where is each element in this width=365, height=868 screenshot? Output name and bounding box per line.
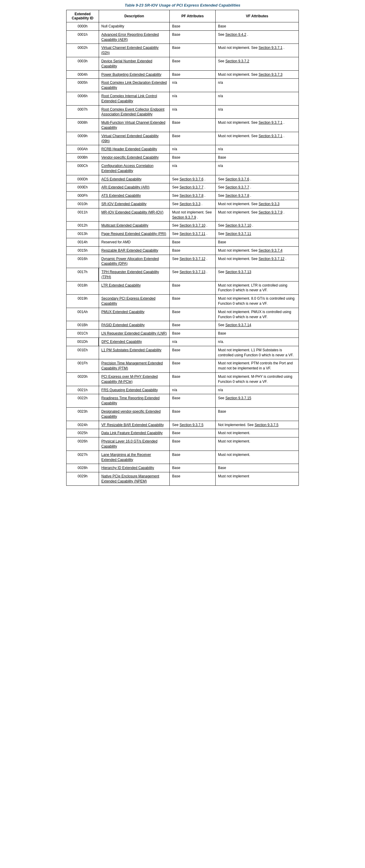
cell-desc: Dynamic Power Allocation Extended Capabi…: [99, 255, 170, 268]
table-row: 001BhPASID Extended CapabilityBaseSee Se…: [66, 321, 299, 330]
table-row: 000DhACS Extended CapabilitySee Section …: [66, 175, 299, 183]
table-row: 0015hResizable BAR Extended CapabilityBa…: [66, 246, 299, 255]
cell-pf: Base: [170, 408, 216, 421]
cell-vf: Must not implement. 8.0 GT/s is controll…: [215, 294, 299, 308]
cell-pf: Base: [170, 132, 216, 145]
cell-desc: Multicast Extended Capability: [99, 221, 170, 230]
cell-desc: Readiness Time Reporting Extended Capabi…: [99, 394, 170, 408]
cell-desc: RCRB Header Extended Capability: [99, 145, 170, 154]
table-container: Table 9-23 SR-IOV Usage of PCI Express E…: [63, 0, 302, 489]
cell-vf: n/a.: [215, 338, 299, 346]
cell-desc: Native PCIe Enclosure Management Extende…: [99, 472, 170, 486]
table-row: 0014hReserved for AMDBaseBase: [66, 238, 299, 246]
cell-pf: Base: [170, 44, 216, 57]
cell-vf: See Section 9.3.7.7 .: [215, 183, 299, 192]
cell-pf: Base: [170, 30, 216, 44]
cell-vf: See Section 9.3.7.14: [215, 321, 299, 330]
cell-pf: Base: [170, 22, 216, 31]
table-row: 000ChConfiguration Access Correlation Ex…: [66, 162, 299, 175]
cell-vf: Base: [215, 330, 299, 338]
cell-pf: Base: [170, 346, 216, 359]
cell-vf: Must not implement. See Section 9.3.7.12…: [215, 255, 299, 268]
cell-vf: n/a: [215, 162, 299, 175]
cell-id: 001Bh: [66, 321, 99, 330]
cell-vf: Must not implement: [215, 472, 299, 486]
cell-desc: LN Requester Extended Capability (LNR): [99, 330, 170, 338]
table-row: 0029hNative PCIe Enclosure Management Ex…: [66, 472, 299, 486]
cell-desc: DPC Extended Capability: [99, 338, 170, 346]
cell-pf: Base: [170, 451, 216, 464]
cell-id: 0002h: [66, 44, 99, 57]
cell-id: 0007h: [66, 105, 99, 119]
cell-desc: LTR Extended Capability: [99, 281, 170, 294]
cell-desc: ARI Extended Capability (ARI): [99, 183, 170, 192]
cell-pf: Base: [170, 246, 216, 255]
cell-id: 0026h: [66, 437, 99, 451]
cell-id: 0021h: [66, 386, 99, 394]
cell-desc: Secondary PCI Express Extended Capabilit…: [99, 294, 170, 308]
cell-id: 0011h: [66, 208, 99, 221]
cell-vf: n/a: [215, 92, 299, 105]
cell-desc: FRS Queueing Extended Capability: [99, 386, 170, 394]
cell-vf: Must not implement.: [215, 451, 299, 464]
table-row: 0017hTPH Requester Extended Capability (…: [66, 268, 299, 281]
table-row: 0027hLane Margining at the Receiver Exte…: [66, 451, 299, 464]
cell-vf: Base: [215, 408, 299, 421]
cell-id: 0023h: [66, 408, 99, 421]
header-col2: Description: [99, 10, 170, 22]
cell-pf: See Section 9.3.7.8 .: [170, 192, 216, 200]
cell-pf: Base: [170, 437, 216, 451]
cell-desc: Reserved for AMD: [99, 238, 170, 246]
table-row: 0003hDevice Serial Number Extended Capab…: [66, 57, 299, 70]
cell-desc: Hierarchy ID Extended Capability: [99, 464, 170, 472]
cell-vf: Must not implement. See Section 9.3.7.1 …: [215, 119, 299, 132]
table-row: 0010hSR-IOV Extended CapabilitySee Secti…: [66, 200, 299, 208]
table-row: 0019hSecondary PCI Express Extended Capa…: [66, 294, 299, 308]
cell-id: 0006h: [66, 92, 99, 105]
cell-id: 0029h: [66, 472, 99, 486]
cell-pf: Base: [170, 373, 216, 386]
cell-desc: Designated vendor-specific Extended Capa…: [99, 408, 170, 421]
cell-id: 000Ch: [66, 162, 99, 175]
cell-pf: Base: [170, 308, 216, 321]
cell-pf: n/a: [170, 92, 216, 105]
cell-id: 0019h: [66, 294, 99, 308]
cell-pf: n/a: [170, 105, 216, 119]
cell-pf: n/a: [170, 79, 216, 92]
cell-vf: Base: [215, 464, 299, 472]
cell-vf: Base: [215, 22, 299, 31]
cell-id: 001Ch: [66, 330, 99, 338]
table-row: 0005hRoot Complex Link Declaration Exten…: [66, 79, 299, 92]
cell-id: 001Ah: [66, 308, 99, 321]
header-col1: Extended Capability ID: [66, 10, 99, 22]
table-row: 001ChLN Requester Extended Capability (L…: [66, 330, 299, 338]
cell-id: 0016h: [66, 255, 99, 268]
cell-pf: See Section 9.3.7.13 .: [170, 268, 216, 281]
table-row: 0001hAdvanced Error Reporting Extended C…: [66, 30, 299, 44]
cell-vf: Not Implemented. See Section 9.3.7.5: [215, 421, 299, 429]
cell-desc: ACS Extended Capability: [99, 175, 170, 183]
cell-id: 0000h: [66, 22, 99, 31]
table-row: 0022hReadiness Time Reporting Extended C…: [66, 394, 299, 408]
cell-pf: Base: [170, 464, 216, 472]
cell-desc: Power Budgeting Extended Capability: [99, 70, 170, 79]
cell-vf: Must not implement. See Section 9.3.3: [215, 200, 299, 208]
cell-vf: Must not implement. See Section 9.3.7.9 …: [215, 208, 299, 221]
cell-desc: PCI Express over M-PHY Extended Capabili…: [99, 373, 170, 386]
cell-desc: Root Complex Link Declaration Extended C…: [99, 79, 170, 92]
cell-id: 0014h: [66, 238, 99, 246]
cell-pf: Base: [170, 294, 216, 308]
cell-pf: See Section 9.3.7.5: [170, 421, 216, 429]
cell-vf: Must not implement. L1 PM Substates is c…: [215, 346, 299, 359]
cell-vf: n/a: [215, 79, 299, 92]
cell-id: 001Fh: [66, 359, 99, 373]
cell-vf: n/a: [215, 105, 299, 119]
cell-vf: Base: [215, 238, 299, 246]
cell-pf: Must not implement. See Section 9.3.7.9 …: [170, 208, 216, 221]
cell-vf: Must not implement. See Section 9.3.7.3: [215, 70, 299, 79]
cell-id: 0020h: [66, 373, 99, 386]
cell-desc: Physical Layer 16.0 GT/s Extended Capabi…: [99, 437, 170, 451]
cell-pf: Base: [170, 330, 216, 338]
header-col4: VF Attributes: [215, 10, 299, 22]
cell-pf: See Section 9.3.7.7 .: [170, 183, 216, 192]
